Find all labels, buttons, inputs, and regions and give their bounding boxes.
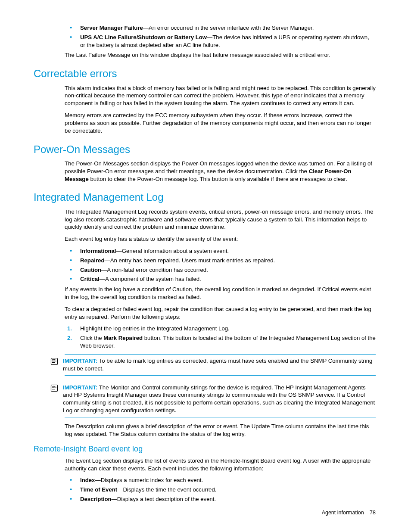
step-number: 2. — [67, 334, 72, 342]
term: Description — [80, 496, 112, 502]
step-text: Highlight the log entries in the Integra… — [80, 325, 230, 332]
desc: —Displays the time the event occurred. — [117, 486, 216, 493]
paragraph: The Power-On Messages section displays t… — [65, 160, 376, 183]
term: Time of Event — [80, 486, 117, 493]
desc: —An error occurred in the server interfa… — [143, 25, 314, 31]
text: The Monitor and Control community string… — [63, 384, 375, 414]
desc: —An entry has been repaired. Users must … — [104, 257, 275, 264]
paragraph: This alarm indicates that a block of mem… — [65, 84, 376, 107]
heading-integrated-management-log: Integrated Management Log — [34, 190, 376, 204]
term: Repaired — [80, 257, 104, 264]
desc: —Displays a numeric index for each event… — [95, 477, 203, 483]
step-number: 1. — [67, 325, 72, 333]
list-item: Index—Displays a numeric index for each … — [65, 476, 376, 484]
term: UPS A/C Line Failure/Shutdown or Battery… — [80, 34, 207, 40]
heading-remote-insight-board: Remote-Insight Board event log — [34, 444, 376, 454]
heading-power-on-messages: Power-On Messages — [34, 143, 376, 156]
list-item: Server Manager Failure—An error occurred… — [65, 24, 376, 32]
paragraph: The Integrated Management Log records sy… — [65, 208, 376, 231]
important-note-2: IMPORTANT: The Monitor and Control commu… — [65, 381, 376, 417]
term: Informational — [80, 248, 116, 254]
section-remote-insight-board: The Event Log section displays the list … — [65, 457, 376, 503]
paragraph: To clear a degraded or failed event log,… — [65, 305, 376, 321]
intro-block: Server Manager Failure—An error occurred… — [65, 24, 376, 59]
steps-list: 1.Highlight the log entries in the Integ… — [65, 325, 376, 349]
note-text: IMPORTANT: The Monitor and Control commu… — [63, 384, 376, 414]
desc: —A component of the system has failed. — [100, 276, 201, 282]
term: Caution — [80, 267, 101, 273]
paragraph: The Event Log section displays the list … — [65, 457, 376, 473]
section-integrated-management-log: The Integrated Management Log records sy… — [65, 208, 376, 438]
heading-correctable-errors: Correctable errors — [34, 67, 376, 81]
paragraph: The Description column gives a brief des… — [65, 423, 376, 438]
text: button to clear the Power-On message log… — [89, 176, 347, 182]
step-text: Click the Mark Repaired button. This but… — [80, 335, 376, 349]
document-page: Server Manager Failure—An error occurred… — [0, 0, 411, 527]
footer-section: Agent information — [322, 510, 364, 516]
note-icon — [50, 357, 59, 366]
important-label: IMPORTANT: — [63, 358, 97, 364]
list-item: Informational—General information about … — [65, 247, 376, 255]
important-note-1: IMPORTANT: To be able to mark log entrie… — [65, 354, 376, 376]
important-label: IMPORTANT: — [63, 384, 97, 391]
list-item: Description—Displays a text description … — [65, 495, 376, 503]
list-item: 1.Highlight the log entries in the Integ… — [65, 325, 376, 333]
page-footer: Agent information 78 — [322, 509, 376, 516]
section-correctable-errors: This alarm indicates that a block of mem… — [65, 84, 376, 135]
mark-repaired-label: Mark Repaired — [103, 335, 143, 341]
desc: —Displays a text description of the even… — [112, 496, 216, 502]
term: Critical — [80, 276, 100, 282]
list-item: Caution—A non-fatal error condition has … — [65, 266, 376, 274]
text: Click the — [80, 335, 103, 341]
list-item: 2.Click the Mark Repaired button. This b… — [65, 334, 376, 350]
list-item: UPS A/C Line Failure/Shutdown or Battery… — [65, 34, 376, 49]
paragraph: Each event log entry has a status to ide… — [65, 235, 376, 243]
status-bullet-list: Informational—General information about … — [65, 247, 376, 283]
page-number: 78 — [370, 510, 376, 516]
term: Index — [80, 477, 95, 483]
section-power-on-messages: The Power-On Messages section displays t… — [65, 160, 376, 183]
event-info-bullet-list: Index—Displays a numeric index for each … — [65, 476, 376, 503]
paragraph: If any events in the log have a conditio… — [65, 286, 376, 301]
list-item: Critical—A component of the system has f… — [65, 275, 376, 283]
term: Server Manager Failure — [80, 25, 143, 31]
intro-paragraph: The Last Failure Message on this window … — [65, 51, 376, 59]
note-icon — [50, 384, 59, 392]
desc: —General information about a system even… — [116, 248, 229, 254]
paragraph: Memory errors are corrected by the ECC m… — [65, 112, 376, 134]
list-item: Repaired—An entry has been repaired. Use… — [65, 257, 376, 264]
note-text: IMPORTANT: To be able to mark log entrie… — [63, 357, 376, 373]
list-item: Time of Event—Displays the time the even… — [65, 486, 376, 494]
failure-bullet-list: Server Manager Failure—An error occurred… — [65, 24, 376, 49]
text: To be able to mark log entries as correc… — [63, 358, 372, 372]
desc: —A non-fatal error condition has occurre… — [101, 267, 208, 273]
